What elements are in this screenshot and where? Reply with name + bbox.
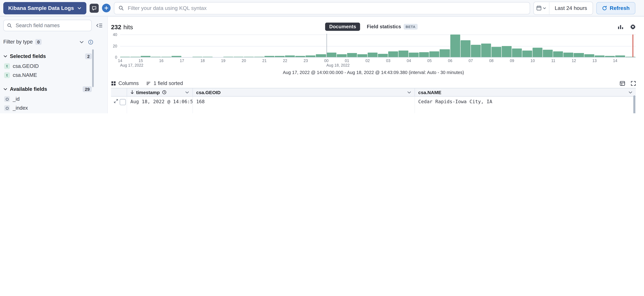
sort-fields-button[interactable]: 1 field sorted xyxy=(146,81,183,86)
histogram-bar[interactable] xyxy=(336,54,346,57)
histogram-bar[interactable] xyxy=(615,55,625,57)
histogram-bar[interactable] xyxy=(553,51,563,57)
x-axis-tick-label: 03 xyxy=(386,58,390,63)
cell-csa-geoid[interactable]: 168 xyxy=(192,97,414,113)
histogram-bar[interactable] xyxy=(574,53,584,57)
histogram-bar[interactable] xyxy=(533,47,542,57)
column-header-timestamp[interactable]: timestamp xyxy=(127,88,192,96)
histogram-chart: 02040 1415161718192021222300010203040506… xyxy=(111,34,636,68)
histogram-bar[interactable] xyxy=(605,56,615,57)
histogram-bar[interactable] xyxy=(564,53,574,57)
display-options-button[interactable] xyxy=(620,81,625,86)
x-axis-date-label: Aug 17, 2022 xyxy=(120,63,144,67)
histogram-bar[interactable] xyxy=(306,55,316,57)
column-header-csa-geoid[interactable]: csa.GEOID xyxy=(192,88,414,96)
kql-search-bar[interactable] xyxy=(114,2,530,14)
cell-timestamp[interactable]: Aug 18, 2022 @ 14:06:51.816 xyxy=(127,97,192,113)
histogram-bar[interactable] xyxy=(264,56,274,57)
histogram-bar[interactable] xyxy=(398,50,408,57)
kql-input[interactable] xyxy=(127,4,526,11)
x-axis-date-label: Aug 18, 2022 xyxy=(326,63,350,67)
histogram-bar[interactable] xyxy=(234,56,244,57)
histogram-bar[interactable] xyxy=(594,55,604,57)
columns-button[interactable]: Columns xyxy=(111,81,139,86)
settings-button[interactable] xyxy=(630,24,636,30)
data-view-picker-button[interactable]: Kibana Sample Data Logs xyxy=(3,2,86,14)
field-item[interactable]: #_score xyxy=(3,113,104,113)
cell-csa-name[interactable]: Cedar Rapids-Iowa City, IA xyxy=(414,97,636,113)
histogram-bar[interactable] xyxy=(151,56,161,57)
histogram-bar[interactable] xyxy=(244,56,254,57)
field-search-bar[interactable] xyxy=(3,20,92,31)
histogram-bar[interactable] xyxy=(120,56,130,57)
histogram-bar[interactable] xyxy=(584,54,594,57)
chevron-down-icon[interactable] xyxy=(185,90,189,94)
sidebar-scrollbar-thumb[interactable] xyxy=(92,49,94,87)
expand-document-button[interactable] xyxy=(114,99,118,103)
histogram-bar[interactable] xyxy=(285,55,295,57)
histogram-bar[interactable] xyxy=(522,50,532,57)
query-menu-button[interactable] xyxy=(90,3,98,12)
chevron-down-icon[interactable] xyxy=(407,90,411,94)
histogram-bar[interactable] xyxy=(388,51,398,57)
field-item[interactable]: _index xyxy=(3,103,104,113)
table-body: Aug 18, 2022 @ 14:06:51.816168Cedar Rapi… xyxy=(111,97,636,113)
histogram-plot-area[interactable] xyxy=(120,34,636,57)
chevron-down-icon[interactable] xyxy=(628,90,632,94)
field-item[interactable]: tcsa.NAME xyxy=(3,71,104,80)
histogram-bar[interactable] xyxy=(130,56,140,57)
histogram-bar[interactable] xyxy=(460,40,470,57)
histogram-bar[interactable] xyxy=(440,49,450,57)
histogram-bar[interactable] xyxy=(326,53,336,57)
histogram-bar[interactable] xyxy=(203,56,212,57)
histogram-bar[interactable] xyxy=(491,47,501,57)
tab-field-statistics[interactable]: Field statisticsBETA xyxy=(363,23,422,31)
field-item[interactable]: tcsa.GEOID xyxy=(3,62,104,71)
histogram-bar[interactable] xyxy=(481,43,491,57)
sorted-label: 1 field sorted xyxy=(154,81,183,86)
time-range-button[interactable]: Last 24 hours xyxy=(549,2,592,14)
field-search-input[interactable] xyxy=(15,22,88,29)
histogram-bar[interactable] xyxy=(296,56,305,57)
histogram-bar[interactable] xyxy=(368,53,378,57)
histogram-bar[interactable] xyxy=(450,34,460,57)
histogram-bar[interactable] xyxy=(223,56,233,57)
histogram-bar[interactable] xyxy=(347,53,357,57)
histogram-bar[interactable] xyxy=(409,53,419,57)
chart-options-icon xyxy=(618,24,624,29)
field-item[interactable]: _id xyxy=(3,95,104,104)
clock-icon xyxy=(162,90,166,95)
collapse-sidebar-button[interactable] xyxy=(94,20,104,30)
fullscreen-icon xyxy=(631,81,636,86)
histogram-bar[interactable] xyxy=(419,52,429,57)
add-filter-button[interactable] xyxy=(102,4,110,12)
date-picker-button[interactable] xyxy=(534,2,549,14)
histogram-bar[interactable] xyxy=(141,56,150,57)
histogram-bar[interactable] xyxy=(430,51,440,57)
histogram-bar[interactable] xyxy=(512,49,522,57)
table-scrollbar-thumb[interactable] xyxy=(633,95,635,113)
tab-documents[interactable]: Documents xyxy=(325,23,360,31)
histogram-bar[interactable] xyxy=(275,56,285,57)
histogram-bar[interactable] xyxy=(502,46,512,57)
histogram-bar[interactable] xyxy=(626,56,635,57)
available-fields-accordion[interactable]: Available fields 29 xyxy=(3,85,104,93)
histogram-bar[interactable] xyxy=(316,54,326,57)
filter-by-type-control[interactable]: Filter by type 0 xyxy=(3,37,104,47)
histogram-bar[interactable] xyxy=(471,45,481,57)
histogram-bar[interactable] xyxy=(172,56,182,57)
histogram-bar[interactable] xyxy=(192,56,202,57)
column-header-csa-name[interactable]: csa.NAME xyxy=(414,88,636,96)
histogram-bar[interactable] xyxy=(543,50,553,57)
chart-options-button[interactable] xyxy=(618,24,624,29)
histogram-bar[interactable] xyxy=(254,56,264,57)
histogram-bar[interactable] xyxy=(161,56,171,57)
refresh-button[interactable]: Refresh xyxy=(596,2,636,14)
histogram-bar[interactable] xyxy=(357,54,367,57)
selected-fields-accordion[interactable]: Selected fields 2 xyxy=(3,52,104,60)
fullscreen-button[interactable] xyxy=(631,81,636,86)
histogram-bar[interactable] xyxy=(378,54,388,57)
available-fields-label: Available fields xyxy=(10,86,47,92)
row-checkbox[interactable] xyxy=(120,99,126,105)
info-icon[interactable] xyxy=(88,39,94,45)
